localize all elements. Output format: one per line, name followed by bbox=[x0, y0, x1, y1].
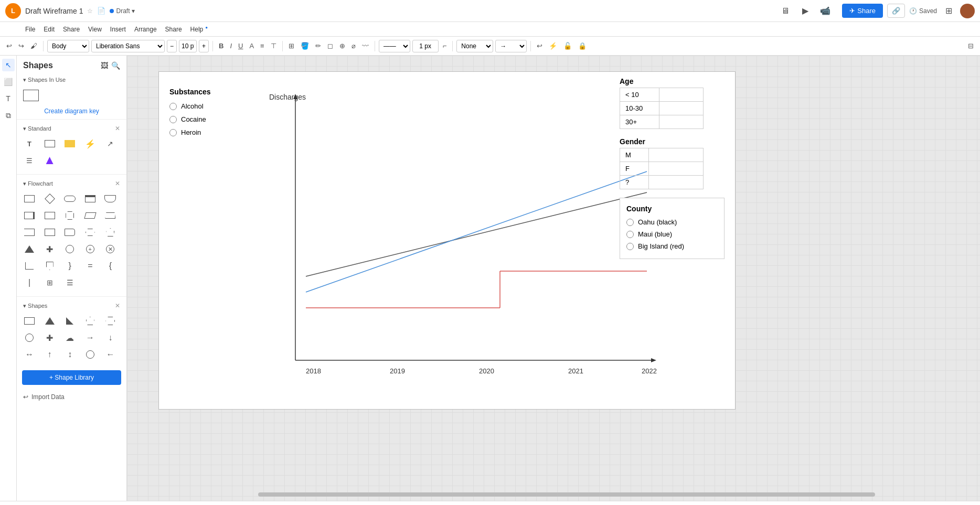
font-increase-button[interactable]: + bbox=[199, 40, 209, 52]
format-painter-button[interactable]: 🖌 bbox=[28, 40, 39, 52]
fc-pentagon[interactable] bbox=[103, 225, 118, 240]
fc-times[interactable]: ✕ bbox=[103, 242, 118, 256]
text-align-button[interactable]: ⊤ bbox=[269, 40, 279, 52]
align-button[interactable]: ≡ bbox=[258, 40, 267, 52]
import-data-button[interactable]: ↩ Import Data bbox=[17, 389, 126, 405]
sidebar-toggle-button[interactable]: ⊟ bbox=[966, 40, 976, 52]
line-style-select[interactable]: —— bbox=[379, 40, 410, 52]
fc-octagon[interactable] bbox=[62, 208, 77, 223]
standard-section-header[interactable]: ▾ Standard ✕ bbox=[17, 122, 126, 134]
s-arrow-up[interactable]: ↑ bbox=[42, 347, 57, 362]
font-color-button[interactable]: A bbox=[247, 40, 256, 52]
undo-button[interactable]: ↩ bbox=[4, 40, 14, 52]
italic-button[interactable]: I bbox=[228, 40, 234, 52]
flowchart-section-close[interactable]: ✕ bbox=[115, 180, 120, 187]
shape-purple-item[interactable] bbox=[42, 153, 57, 168]
s-triangle[interactable] bbox=[42, 314, 57, 328]
search-icon[interactable]: 🔍 bbox=[111, 61, 120, 70]
fc-rect4[interactable] bbox=[42, 208, 57, 223]
s-arrow-down[interactable]: ↓ bbox=[103, 330, 118, 345]
style-select[interactable]: Body bbox=[47, 40, 89, 52]
shapes-in-use-section[interactable]: ▾ Shapes In Use bbox=[17, 73, 126, 85]
create-diagram-key-link[interactable]: Create diagram key bbox=[17, 105, 126, 117]
stroke-color-button[interactable]: ✏ bbox=[313, 40, 323, 52]
s-hexagon[interactable] bbox=[103, 314, 118, 328]
fc-triangle[interactable] bbox=[22, 242, 37, 256]
fc-rect2[interactable] bbox=[83, 191, 98, 206]
waypoint-button[interactable]: 〰 bbox=[360, 40, 371, 52]
monitor-icon[interactable]: 🖥 bbox=[778, 4, 793, 18]
corner-button[interactable]: ⌐ bbox=[441, 40, 449, 52]
fc-wave[interactable] bbox=[103, 191, 118, 206]
fc-shield[interactable] bbox=[42, 259, 57, 273]
menu-share[interactable]: Share bbox=[63, 26, 80, 33]
share-button[interactable]: ✈ Share bbox=[842, 4, 883, 18]
fc-sum[interactable]: + bbox=[83, 242, 98, 256]
menu-view[interactable]: View bbox=[88, 26, 102, 33]
shape-in-use-item[interactable] bbox=[23, 90, 39, 101]
s-circle[interactable] bbox=[22, 330, 37, 345]
draft-status[interactable]: Draft ▾ bbox=[110, 7, 135, 15]
menu-file[interactable]: File bbox=[25, 26, 35, 33]
shape-lightning-item[interactable]: ⚡ bbox=[83, 136, 98, 151]
fc-pipe[interactable]: | bbox=[22, 275, 37, 290]
fc-diamond[interactable] bbox=[42, 191, 57, 206]
fc-table[interactable]: ⊞ bbox=[42, 275, 57, 290]
shapes-section-close[interactable]: ✕ bbox=[115, 302, 120, 309]
s-arrow-right[interactable]: → bbox=[83, 330, 98, 345]
insert-table-button[interactable]: ⊞ bbox=[286, 40, 296, 52]
shape-yellow-rect-item[interactable] bbox=[62, 136, 77, 151]
text-tool[interactable]: T bbox=[2, 92, 15, 105]
s-rect[interactable] bbox=[22, 314, 37, 328]
fc-parallelogram[interactable] bbox=[83, 208, 98, 223]
star-icon[interactable]: ☆ bbox=[87, 7, 93, 15]
s-right-triangle[interactable] bbox=[62, 314, 77, 328]
arrow-start-select[interactable]: None bbox=[456, 40, 493, 52]
shape-arrow-item[interactable]: ↗ bbox=[103, 136, 118, 151]
line-width-input[interactable] bbox=[412, 40, 439, 52]
cursor-tool[interactable]: ↖ bbox=[2, 59, 15, 71]
font-select[interactable]: Liberation Sans bbox=[91, 40, 165, 52]
fc-angle[interactable] bbox=[22, 259, 37, 273]
video-icon[interactable]: 📹 bbox=[818, 4, 833, 18]
page-tool[interactable]: ⬜ bbox=[2, 76, 15, 88]
fc-brace[interactable]: { bbox=[103, 259, 118, 273]
fc-rows[interactable]: ☰ bbox=[62, 275, 77, 290]
menu-share2[interactable]: Share bbox=[165, 26, 182, 33]
fc-rect5[interactable] bbox=[22, 225, 37, 240]
menu-edit[interactable]: Edit bbox=[44, 26, 55, 33]
s-cloud[interactable]: ☁ bbox=[62, 330, 77, 345]
fc-equals[interactable]: = bbox=[83, 259, 98, 273]
font-size-input[interactable] bbox=[179, 40, 197, 52]
lock2-button[interactable]: 🔒 bbox=[576, 40, 589, 52]
shapes-section-header[interactable]: ▾ Shapes ✕ bbox=[17, 299, 126, 311]
s-arrow-ud[interactable]: ↕ bbox=[62, 347, 77, 362]
menu-help[interactable]: Help bbox=[190, 26, 204, 33]
layers-tool[interactable]: ⧉ bbox=[2, 109, 15, 122]
fc-stadium[interactable] bbox=[62, 191, 77, 206]
connection-button[interactable]: ⌀ bbox=[349, 40, 358, 52]
menu-arrange[interactable]: Arrange bbox=[134, 26, 157, 33]
fc-cross[interactable]: ✚ bbox=[42, 242, 57, 256]
shape-rect-item[interactable] bbox=[42, 136, 57, 151]
standard-section-close[interactable]: ✕ bbox=[115, 125, 120, 132]
shape-list-item[interactable]: ☰ bbox=[22, 153, 37, 168]
canvas-scrollbar[interactable] bbox=[258, 492, 875, 497]
link-icon-button[interactable]: 🔗 bbox=[887, 4, 905, 18]
play-icon[interactable]: ▶ bbox=[798, 4, 813, 18]
fc-rect6[interactable] bbox=[42, 225, 57, 240]
fc-rect3[interactable] bbox=[22, 208, 37, 223]
s-arrow-left[interactable]: ← bbox=[103, 347, 118, 362]
menu-insert[interactable]: Insert bbox=[110, 26, 126, 33]
fc-rect[interactable] bbox=[22, 191, 37, 206]
avatar[interactable] bbox=[960, 4, 975, 18]
arrow-end-select[interactable]: → bbox=[495, 40, 527, 52]
s-cross[interactable]: ✚ bbox=[42, 330, 57, 345]
shadow-button[interactable]: ◻ bbox=[325, 40, 335, 52]
fc-circle[interactable] bbox=[62, 242, 77, 256]
fc-trapezoid[interactable] bbox=[103, 208, 118, 223]
s-arrow-lr[interactable]: ↔ bbox=[22, 347, 37, 362]
bold-button[interactable]: B bbox=[217, 40, 226, 52]
apps-icon[interactable]: ⊞ bbox=[941, 4, 956, 18]
undo2-button[interactable]: ↩ bbox=[535, 40, 545, 52]
